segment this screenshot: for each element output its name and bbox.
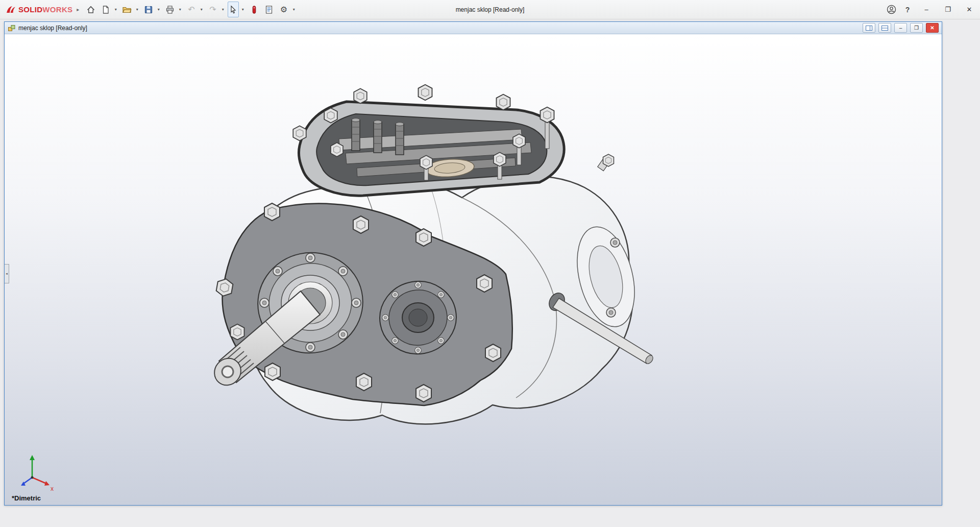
help-button[interactable]: ? [899,3,916,16]
file-properties-icon [264,5,274,14]
solidworks-logo[interactable]: SOLIDWORKS [0,5,76,14]
options-button[interactable]: ⚙ [277,3,290,16]
display-pane-button-1[interactable] [863,23,875,33]
cover-bolt [497,94,510,110]
cover-bolt [324,108,337,123]
triad-x-label: x [51,485,54,491]
cover-bolt [494,152,506,166]
pane-split-icon [881,26,888,31]
help-icon: ? [905,6,910,14]
cover-bolt [354,89,367,104]
flange-bolt [265,363,280,380]
app-close-button[interactable]: ✕ [959,0,980,19]
breather-bolt [603,154,614,166]
save-dropdown[interactable]: ▾ [156,3,161,16]
new-document-dropdown[interactable]: ▾ [113,3,118,16]
application-bar: SOLIDWORKS ▸ ▾ ▾ ▾ [0,0,980,19]
doc-minimize-button[interactable]: – [894,23,907,33]
app-maximize-button[interactable]: ❐ [937,0,959,19]
detent-pins [352,118,404,155]
app-minimize-button[interactable]: – [916,0,937,19]
triad-y-arrow [30,455,35,460]
assembly-document-icon [8,24,16,32]
doc-restore-button[interactable]: ❐ [910,23,923,33]
view-orientation-label: *Dimetric [12,494,41,502]
file-properties-button[interactable] [262,3,276,16]
flange-bolt [485,344,501,362]
new-document-button[interactable] [99,3,112,16]
flange-bolt [416,229,431,246]
gear-icon: ⚙ [280,6,287,14]
select-dropdown[interactable]: ▾ [240,3,246,16]
rebuild-button[interactable] [247,3,261,16]
undo-dropdown[interactable]: ▾ [199,3,204,16]
doc-close-button[interactable]: ✕ [926,23,939,33]
undo-button[interactable]: ↶ [184,3,198,16]
select-tool-button[interactable] [228,2,239,17]
open-dropdown[interactable]: ▾ [134,3,140,16]
home-icon [86,5,95,14]
cover-bolt [331,142,343,156]
pane-expand-icon [866,26,872,31]
flange-bolt [356,373,372,391]
save-button[interactable] [141,3,155,16]
flange-bolt [353,216,369,233]
brand-text: SOLIDWORKS [18,5,72,14]
flange-bolt [231,324,244,340]
document-window: menjac sklop [Read-only] – ❐ ✕ [4,21,942,506]
end-cap-bolt [610,238,620,247]
flange-bolt [416,385,431,402]
flange-bolt [264,203,280,221]
cover-bolt [420,155,432,169]
triad-origin [31,476,34,479]
document-titlebar[interactable]: menjac sklop [Read-only] – ❐ ✕ [5,22,942,34]
print-icon [165,5,175,14]
account-button[interactable] [883,3,899,16]
model-3d-gearbox-assembly[interactable] [5,34,942,505]
cover-bolt [541,107,554,123]
redo-button[interactable]: ↷ [206,3,219,16]
print-button[interactable] [163,3,177,16]
display-pane-button-2[interactable] [878,23,891,33]
user-circle-icon [887,5,896,14]
graphics-viewport[interactable]: x *Dimetric ◂ [5,34,942,505]
home-button[interactable] [84,3,97,16]
appbar-right-cluster: ? – ❐ ✕ [883,0,980,19]
open-folder-icon [122,5,132,14]
feature-tree-collapsed-handle[interactable]: ◂ [5,264,9,283]
save-icon [144,5,153,14]
select-arrow-icon [229,5,238,14]
new-document-icon [101,5,110,14]
print-dropdown[interactable]: ▾ [177,3,183,16]
open-button[interactable] [120,3,134,16]
menu-expand-icon[interactable]: ▸ [76,7,83,12]
rebuild-icon [250,5,259,14]
triad-x-arrow [44,481,50,486]
redo-icon: ↷ [209,6,216,14]
flange-bolt [477,275,492,292]
ds-logo-icon [5,5,16,14]
cover-bolt [513,134,525,148]
cover-bolt [419,85,432,101]
undo-icon: ↶ [188,6,194,14]
redo-dropdown[interactable]: ▾ [220,3,226,16]
end-cap-bolt [606,308,616,317]
orientation-triad[interactable]: x [17,453,57,491]
document-title: menjac sklop [Read-only] [18,25,87,32]
options-dropdown[interactable]: ▾ [291,3,297,16]
document-window-controls: – ❐ ✕ [863,23,939,33]
cover-bolt [293,126,306,141]
